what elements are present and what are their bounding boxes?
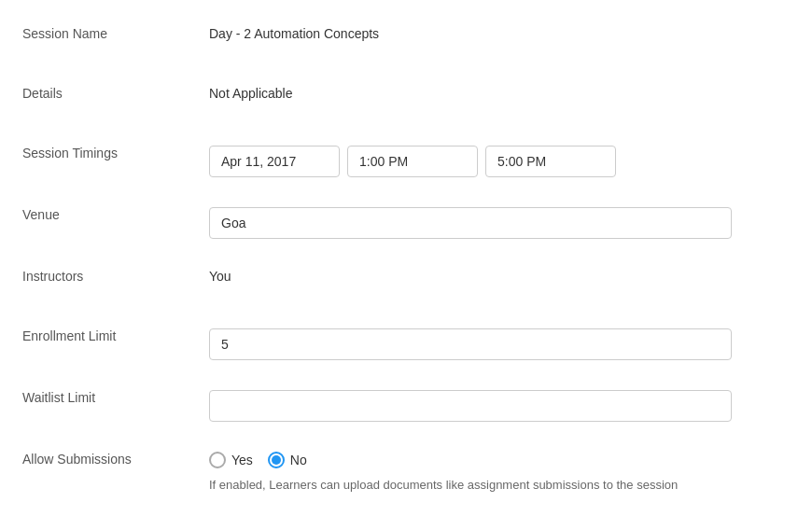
session-name-value: Day - 2 Automation Concepts (209, 19, 790, 41)
enrollment-limit-row: Enrollment Limit (22, 321, 790, 360)
waitlist-limit-row: Waitlist Limit (22, 383, 790, 422)
enrollment-limit-label: Enrollment Limit (22, 321, 209, 343)
allow-submissions-value: Yes No If enabled, Learners can upload d… (209, 444, 790, 495)
session-name-row: Session Name Day - 2 Automation Concepts (22, 19, 790, 56)
radio-yes-circle[interactable] (209, 452, 226, 468)
instructors-label: Instructors (22, 261, 209, 284)
session-name-label: Session Name (22, 19, 209, 41)
details-row: Details Not Applicable (22, 78, 790, 116)
allow-submissions-row: Allow Submissions Yes No If enabled, Lea… (22, 444, 790, 495)
venue-row: Venue (22, 200, 790, 239)
session-timings-row: Session Timings Apr 11, 2017 1:00 PM 5:0… (22, 138, 790, 177)
venue-field-container (209, 200, 790, 239)
enrollment-limit-field-container (209, 321, 790, 360)
radio-no-label[interactable]: No (268, 452, 307, 468)
instructors-row: Instructors You (22, 261, 790, 299)
timing-start-box: 1:00 PM (347, 146, 478, 177)
radio-yes-label[interactable]: Yes (209, 452, 253, 468)
enrollment-limit-input[interactable] (209, 328, 732, 360)
radio-group: Yes No (209, 452, 790, 468)
radio-no-text: No (290, 453, 307, 467)
timing-end-box: 5:00 PM (485, 146, 616, 177)
venue-label: Venue (22, 200, 209, 222)
session-timings-value: Apr 11, 2017 1:00 PM 5:00 PM (209, 138, 790, 177)
details-value: Not Applicable (209, 78, 790, 101)
session-timings-label: Session Timings (22, 138, 209, 160)
radio-no-circle[interactable] (268, 452, 285, 468)
timings-grid: Apr 11, 2017 1:00 PM 5:00 PM (209, 146, 790, 177)
instructors-value: You (209, 261, 790, 284)
waitlist-limit-input[interactable] (209, 390, 732, 422)
allow-submissions-label: Allow Submissions (22, 444, 209, 467)
waitlist-limit-label: Waitlist Limit (22, 383, 209, 405)
timing-date-box: Apr 11, 2017 (209, 146, 340, 177)
radio-yes-text: Yes (231, 453, 253, 467)
waitlist-limit-field-container (209, 383, 790, 422)
venue-input[interactable] (209, 207, 732, 239)
allow-submissions-hint: If enabled, Learners can upload document… (209, 476, 732, 495)
details-label: Details (22, 78, 209, 101)
